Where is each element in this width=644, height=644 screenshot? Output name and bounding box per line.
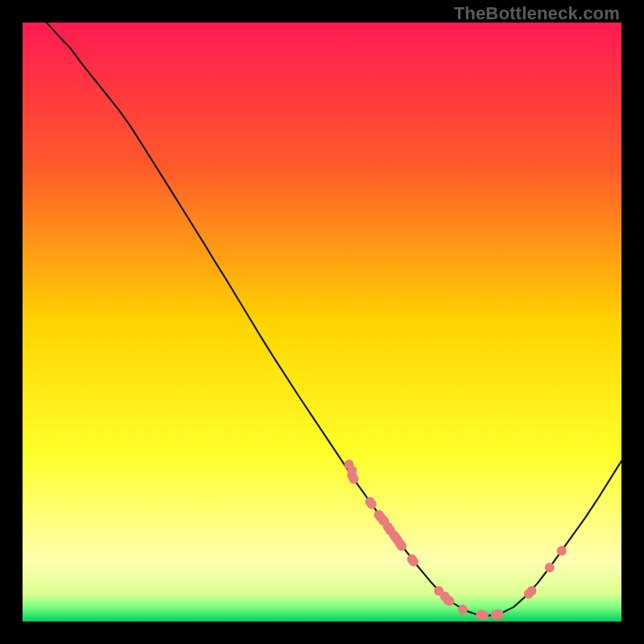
data-point: [367, 499, 377, 509]
chart-container: TheBottleneck.com: [0, 0, 644, 644]
data-point: [493, 609, 503, 619]
gradient-background: [23, 23, 621, 621]
plot-area: [23, 23, 621, 621]
chart-svg: [23, 23, 621, 621]
data-point: [557, 546, 567, 555]
data-point: [526, 586, 536, 596]
data-point: [545, 563, 555, 572]
watermark-text: TheBottleneck.com: [454, 3, 620, 24]
data-point: [397, 541, 407, 551]
data-point: [409, 557, 419, 567]
data-point: [458, 605, 468, 614]
data-point: [349, 474, 358, 484]
data-point: [444, 597, 454, 606]
data-point: [479, 611, 489, 621]
